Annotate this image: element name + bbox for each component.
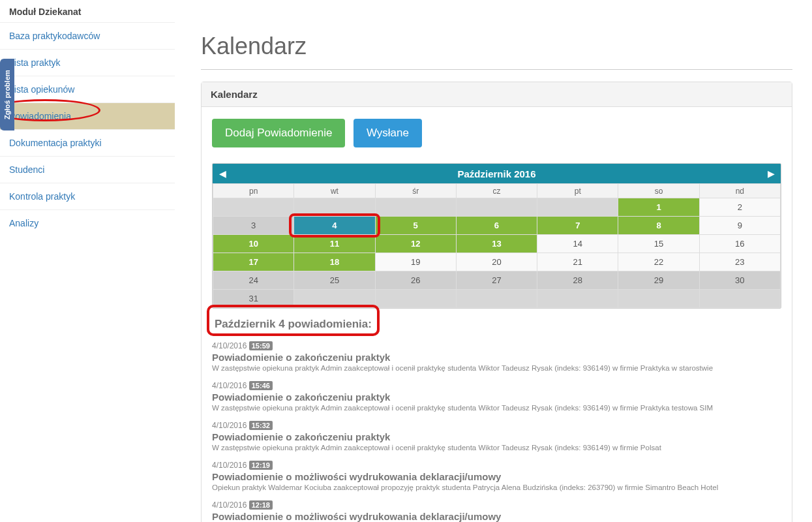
annotation-highlight-today <box>289 213 380 238</box>
calendar-next-button[interactable]: ▶ <box>761 168 781 179</box>
calendar-day-19[interactable]: 19 <box>375 253 456 271</box>
calendar-weekday: cz <box>456 184 537 198</box>
notification-title[interactable]: Powiadomienie o zakończeniu praktyk <box>212 352 781 363</box>
calendar-weekday: wt <box>294 184 375 198</box>
notification-date: 4/10/2016 <box>212 500 247 510</box>
notification-time: 15:46 <box>249 381 273 390</box>
notification-time: 12:19 <box>249 461 273 470</box>
calendar-day-9[interactable]: 9 <box>699 217 780 235</box>
calendar-day-27[interactable]: 27 <box>456 271 537 290</box>
sidebar-item-3[interactable]: Powiadomienia <box>0 102 175 129</box>
divider <box>201 69 792 70</box>
calendar-day-14[interactable]: 14 <box>537 235 618 253</box>
notification-meta: 4/10/2016 15:46 <box>212 381 781 390</box>
notification-desc: W zastępstwie opiekuna praktyk Admin zaa… <box>212 444 781 452</box>
calendar-weekday: pt <box>537 184 618 198</box>
annotation-highlight-sidebar <box>0 99 100 121</box>
calendar-day-22[interactable]: 22 <box>618 253 699 271</box>
calendar-day-6[interactable]: 6 <box>456 217 537 235</box>
sidebar-item-7[interactable]: Analizy <box>0 209 175 236</box>
calendar-day-25[interactable]: 25 <box>294 271 375 290</box>
notification-desc: Opiekun praktyk Waldemar Kociuba zaakcep… <box>212 484 781 491</box>
calendar-day-28[interactable]: 28 <box>537 271 618 290</box>
notification-item: 4/10/2016 15:46Powiadomienie o zakończen… <box>212 381 781 412</box>
sidebar-item-0[interactable]: Baza praktykodawców <box>0 22 175 49</box>
sent-button[interactable]: Wysłane <box>353 119 422 147</box>
calendar-day-23[interactable]: 23 <box>699 253 780 271</box>
notification-date: 4/10/2016 <box>212 421 247 430</box>
notification-title[interactable]: Powiadomienie o możliwości wydrukowania … <box>212 511 781 522</box>
calendar-day-18[interactable]: 18 <box>294 253 375 271</box>
calendar-day-15[interactable]: 15 <box>618 235 699 253</box>
feedback-tab[interactable]: Zgłoś problem <box>0 59 14 130</box>
calendar-day-16[interactable]: 16 <box>699 235 780 253</box>
calendar-day-31[interactable]: 31 <box>213 290 294 308</box>
notification-date: 4/10/2016 <box>212 381 247 390</box>
calendar-weekday: nd <box>699 184 780 198</box>
calendar-day-30[interactable]: 30 <box>699 271 780 290</box>
calendar-day-3[interactable]: 3 <box>213 217 294 235</box>
calendar-day-4[interactable]: 4 <box>294 217 375 235</box>
calendar-day-13[interactable]: 13 <box>456 235 537 253</box>
calendar-day-12[interactable]: 12 <box>375 235 456 253</box>
sidebar: Moduł Dziekanat Baza praktykodawcówLista… <box>0 0 175 522</box>
sidebar-item-6[interactable]: Kontrola praktyk <box>0 183 175 209</box>
notification-time: 15:59 <box>249 341 273 350</box>
notification-desc: W zastępstwie opiekuna praktyk Admin zaa… <box>212 364 781 372</box>
calendar-widget: ◀ Październik 2016 ▶ pnwtśrczptsond 1234… <box>212 163 781 309</box>
calendar-day-11[interactable]: 11 <box>294 235 375 253</box>
calendar-day-empty <box>213 198 294 217</box>
calendar-day-7[interactable]: 7 <box>537 217 618 235</box>
calendar-day-10[interactable]: 10 <box>213 235 294 253</box>
calendar-day-2[interactable]: 2 <box>699 198 780 217</box>
sidebar-item-2[interactable]: Lista opiekunów <box>0 76 175 102</box>
calendar-day-29[interactable]: 29 <box>618 271 699 290</box>
notification-meta: 4/10/2016 15:32 <box>212 421 781 430</box>
notification-date: 4/10/2016 <box>212 341 247 350</box>
calendar-month-label: Październik 2016 <box>232 168 761 179</box>
calendar-day-empty <box>294 198 375 217</box>
calendar-day-empty <box>537 198 618 217</box>
calendar-day-empty <box>375 198 456 217</box>
calendar-day-26[interactable]: 26 <box>375 271 456 290</box>
notification-time: 12:18 <box>249 500 273 510</box>
notification-title[interactable]: Powiadomienie o możliwości wydrukowania … <box>212 471 781 482</box>
calendar-day-empty <box>618 290 699 308</box>
calendar-day-20[interactable]: 20 <box>456 253 537 271</box>
main-content: Kalendarz Kalendarz Dodaj Powiadomienie … <box>175 0 812 522</box>
calendar-weekday: so <box>618 184 699 198</box>
calendar-day-empty <box>456 290 537 308</box>
calendar-day-empty <box>537 290 618 308</box>
sidebar-item-1[interactable]: Lista praktyk <box>0 49 175 76</box>
calendar-day-5[interactable]: 5 <box>375 217 456 235</box>
panel-header: Kalendarz <box>202 82 792 107</box>
calendar-day-17[interactable]: 17 <box>213 253 294 271</box>
notification-desc: W zastępstwie opiekuna praktyk Admin zaa… <box>212 404 781 412</box>
notification-meta: 4/10/2016 12:19 <box>212 461 781 470</box>
calendar-day-empty <box>699 290 780 308</box>
add-notification-button[interactable]: Dodaj Powiadomienie <box>212 119 345 147</box>
notification-date: 4/10/2016 <box>212 461 247 470</box>
calendar-weekday: śr <box>375 184 456 198</box>
calendar-day-empty <box>375 290 456 308</box>
sidebar-item-5[interactable]: Studenci <box>0 156 175 183</box>
calendar-day-empty <box>456 198 537 217</box>
notification-item: 4/10/2016 15:59Powiadomienie o zakończen… <box>212 341 781 372</box>
notification-title[interactable]: Powiadomienie o zakończeniu praktyk <box>212 392 781 403</box>
calendar-prev-button[interactable]: ◀ <box>213 168 232 179</box>
calendar-day-8[interactable]: 8 <box>618 217 699 235</box>
calendar-weekday: pn <box>213 184 294 198</box>
calendar-panel: Kalendarz Dodaj Powiadomienie Wysłane ◀ … <box>201 82 792 522</box>
calendar-day-empty <box>294 290 375 308</box>
notification-title[interactable]: Powiadomienie o zakończeniu praktyk <box>212 431 781 442</box>
sidebar-item-4[interactable]: Dokumentacja praktyki <box>0 129 175 156</box>
notification-item: 4/10/2016 12:19Powiadomienie o możliwośc… <box>212 461 781 491</box>
notification-item: 4/10/2016 12:18Powiadomienie o możliwośc… <box>212 500 781 522</box>
sidebar-title: Moduł Dziekanat <box>0 0 175 22</box>
page-title: Kalendarz <box>201 33 792 60</box>
notification-time: 15:32 <box>249 421 273 430</box>
calendar-day-24[interactable]: 24 <box>213 271 294 290</box>
calendar-day-21[interactable]: 21 <box>537 253 618 271</box>
notification-item: 4/10/2016 15:32Powiadomienie o zakończen… <box>212 421 781 452</box>
calendar-day-1[interactable]: 1 <box>618 198 699 217</box>
